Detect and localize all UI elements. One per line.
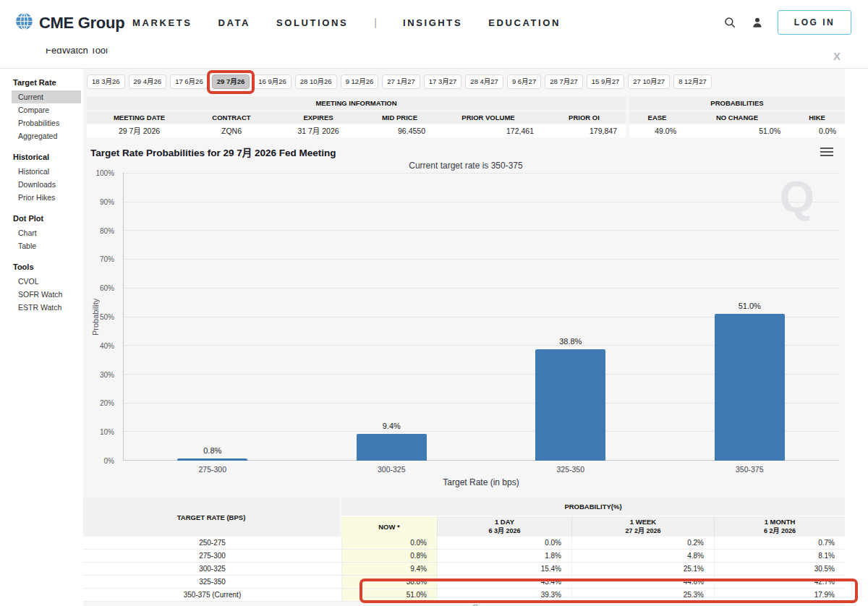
- col-target-rate-bps: TARGET RATE (BPS): [83, 498, 341, 537]
- y-tick: 60%: [100, 284, 114, 292]
- sidebar-item-sofr-watch[interactable]: SOFR Watch: [12, 288, 81, 301]
- sidebar-item-estr-watch[interactable]: ESTR Watch: [12, 301, 81, 314]
- tab-meeting-date[interactable]: 28 10月26: [295, 74, 337, 89]
- bar-slot: 0.8%: [123, 173, 302, 461]
- tab-meeting-date[interactable]: 27 10月27: [628, 74, 670, 89]
- col-prior-volume: PRIOR VOLUME: [434, 111, 542, 124]
- week-cell: 4.8%: [571, 550, 714, 562]
- tab-meeting-date[interactable]: 8 12月27: [673, 74, 712, 89]
- sidebar-item-probabilities[interactable]: Probabilities: [12, 116, 81, 129]
- col-1-day: 1 DAY6 3月 2026: [437, 516, 571, 537]
- x-category: 300-325: [302, 465, 482, 474]
- now-cell: 51.0%: [341, 589, 437, 601]
- table-row: 300-325 9.4% 15.4% 25.1% 30.5%: [83, 563, 845, 576]
- now-cell: 38.8%: [341, 576, 437, 588]
- chart-subtitle: Current target rate is 350-375: [87, 161, 845, 171]
- sidebar-item-compare[interactable]: Compare: [12, 103, 81, 116]
- nav-data[interactable]: DATA: [218, 17, 250, 28]
- probability-bar: [177, 458, 247, 461]
- nav-divider: |: [374, 17, 377, 28]
- bar-series: 0.8% 9.4% 38.8% 51.0%: [123, 173, 839, 461]
- tab-meeting-date[interactable]: 18 3月26: [87, 74, 125, 89]
- expires-value: 31 7月 2026: [271, 124, 365, 137]
- tab-meeting-date[interactable]: 17 3月27: [424, 74, 462, 89]
- day-cell: 1.8%: [437, 550, 571, 562]
- probability-history-table: TARGET RATE (BPS) PROBABILITY(%) NOW * 1…: [83, 498, 845, 602]
- sidebar-section-target-rate: Target Rate: [13, 78, 83, 87]
- probabilities-summary-table: PROBABILITIES EASE NO CHANGE HIKE 49.0% …: [629, 97, 845, 137]
- sidebar-item-cvol[interactable]: CVOL: [12, 275, 81, 288]
- col-1-month: 1 MONTH6 2月 2026: [714, 516, 845, 537]
- rate-cell: 350-375 (Current): [83, 589, 341, 601]
- probability-bar: [357, 434, 427, 461]
- col-mid-price: MID PRICE: [365, 111, 434, 124]
- probabilities-values: 49.0% 51.0% 0.0%: [629, 124, 845, 137]
- tab-meeting-date[interactable]: 29 4月26: [129, 74, 167, 89]
- y-tick: 0%: [104, 457, 114, 465]
- user-profile-icon[interactable]: [750, 15, 765, 30]
- nav-insights[interactable]: INSIGHTS: [403, 17, 462, 28]
- month-cell: 30.5%: [714, 563, 845, 575]
- search-icon[interactable]: [723, 15, 737, 30]
- sidebar-navigation: Target Rate Current Compare Probabilitie…: [0, 69, 83, 606]
- nav-solutions[interactable]: SOLUTIONS: [276, 17, 348, 28]
- sidebar-item-chart[interactable]: Chart: [12, 226, 81, 239]
- sidebar-section-dot-plot: Dot Plot: [13, 214, 83, 223]
- table-row: 275-300 0.8% 1.8% 4.8% 8.1%: [83, 550, 845, 563]
- bar-slot: 51.0%: [660, 173, 840, 461]
- probability-bar-chart: Target Rate Probabilities for 29 7月 2026…: [87, 142, 845, 498]
- col-prior-oi: PRIOR OI: [542, 111, 626, 124]
- sidebar-item-table[interactable]: Table: [12, 239, 81, 252]
- no-change-value: 51.0%: [685, 124, 789, 137]
- tab-meeting-date-selected[interactable]: 29 7月26: [212, 74, 250, 89]
- tab-meeting-date[interactable]: 17 6月26: [170, 74, 208, 89]
- sidebar-item-historical[interactable]: Historical: [12, 165, 81, 178]
- login-button[interactable]: LOG IN: [778, 10, 851, 35]
- bar-value-label: 0.8%: [203, 446, 221, 455]
- sidebar-item-aggregated[interactable]: Aggregated: [12, 129, 81, 142]
- day-cell: 39.3%: [437, 589, 571, 601]
- now-cell: 0.0%: [341, 537, 437, 549]
- bar-value-label: 51.0%: [739, 302, 761, 310]
- probability-table-header: TARGET RATE (BPS) PROBABILITY(%) NOW * 1…: [83, 498, 845, 537]
- probabilities-title: PROBABILITIES: [629, 97, 845, 110]
- week-cell: 25.1%: [571, 563, 714, 575]
- sidebar-item-current[interactable]: Current: [12, 90, 81, 103]
- contract-value: ZQN6: [192, 124, 271, 137]
- x-category: 275-300: [123, 465, 302, 474]
- tab-meeting-date[interactable]: 16 9月26: [253, 74, 292, 89]
- tab-meeting-date[interactable]: 28 7月27: [545, 74, 583, 89]
- cme-group-logo[interactable]: CME Group: [14, 12, 124, 34]
- x-axis-label: Target Rate (in bps): [123, 477, 839, 487]
- week-cell: 0.2%: [571, 537, 714, 549]
- y-tick: 90%: [100, 197, 114, 205]
- col-expires: EXPIRES: [271, 111, 365, 124]
- ease-value: 49.0%: [629, 124, 685, 137]
- meeting-information-table: MEETING INFORMATION MEETING DATE CONTRAC…: [87, 97, 626, 137]
- page-title: FedWatch Tool: [46, 48, 108, 58]
- meeting-info-title: MEETING INFORMATION: [87, 97, 626, 110]
- week-cell: 44.6%: [571, 576, 714, 588]
- sidebar-item-prior-hikes[interactable]: Prior Hikes: [12, 191, 81, 204]
- sidebar-item-downloads[interactable]: Downloads: [12, 178, 81, 191]
- col-no-change: NO CHANGE: [685, 111, 789, 124]
- bar-value-label: 38.8%: [559, 337, 582, 346]
- nav-markets[interactable]: MARKETS: [132, 17, 192, 28]
- tab-meeting-date[interactable]: 27 1月27: [382, 74, 420, 89]
- col-1-week: 1 WEEK27 2月 2026: [571, 516, 714, 537]
- tab-meeting-date[interactable]: 28 4月27: [465, 74, 503, 89]
- y-tick: 80%: [100, 226, 114, 234]
- month-cell: 0.7%: [714, 537, 845, 549]
- y-tick: 100%: [95, 169, 114, 177]
- brand-wordmark: CME Group: [39, 14, 124, 33]
- nav-education[interactable]: EDUCATION: [488, 17, 561, 28]
- y-axis-ticks: 100% 90% 80% 70% 60% 50% 40% 30% 20% 10%…: [87, 173, 120, 461]
- tab-meeting-date[interactable]: 9 6月27: [507, 74, 541, 89]
- month-cell: 42.7%: [714, 576, 845, 588]
- x-share-icon[interactable]: X: [833, 50, 841, 62]
- col-hike: HIKE: [789, 111, 845, 124]
- tab-meeting-date[interactable]: 15 9月27: [587, 74, 625, 89]
- y-tick: 70%: [100, 255, 114, 263]
- chart-menu-icon[interactable]: [820, 148, 833, 158]
- tab-meeting-date[interactable]: 9 12月26: [341, 74, 379, 89]
